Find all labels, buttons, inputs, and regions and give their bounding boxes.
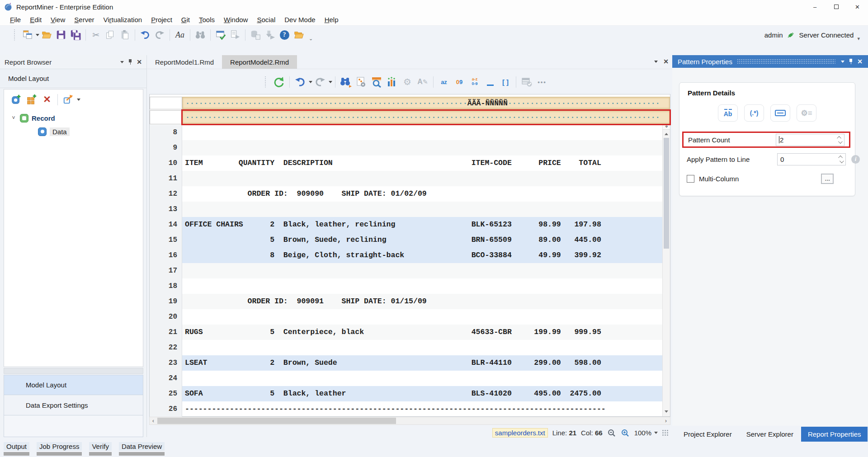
delete-region-icon[interactable]: ✕ — [40, 93, 54, 106]
tool-tab-job-progress[interactable]: Job Progress — [37, 442, 82, 456]
menu-edit[interactable]: Edit — [25, 14, 46, 25]
pin-icon[interactable] — [849, 59, 853, 64]
panel-menu-chevron-icon[interactable] — [120, 61, 124, 65]
chart-icon[interactable] — [385, 75, 399, 89]
report-line-26[interactable]: 26--------------------------------------… — [150, 401, 670, 417]
underscore-icon[interactable] — [483, 75, 497, 89]
menu-file[interactable]: File — [5, 14, 25, 25]
field-settings-icon[interactable] — [354, 75, 368, 89]
scroll-down-arrow[interactable] — [663, 409, 670, 415]
close-button[interactable]: ✕ — [847, 0, 868, 14]
redo-dropdown-icon[interactable] — [329, 81, 332, 85]
tool-tab-verify[interactable]: Verify — [89, 442, 112, 456]
report-line-10[interactable]: 10ITEM QUANTITY DESCRIPTION ITEM-CODE PR… — [150, 155, 670, 171]
zoom-level[interactable]: 100% — [634, 429, 658, 437]
report-line-20[interactable]: 20 — [150, 309, 670, 325]
undo-icon[interactable] — [293, 75, 307, 89]
paste-icon[interactable] — [118, 28, 131, 41]
pattern-row[interactable]: ········································… — [150, 110, 670, 124]
verify-window-icon[interactable] — [214, 28, 227, 41]
undo-icon[interactable] — [139, 28, 151, 41]
tree-node-record[interactable]: ˅Record — [4, 111, 143, 125]
text-pattern-button[interactable]: Ab — [718, 104, 738, 122]
report-line-9[interactable]: 9 — [150, 140, 670, 155]
toolbar-overflow-icon[interactable]: ⌄ — [309, 36, 313, 42]
menu-tools[interactable]: Tools — [194, 14, 219, 25]
report-line-14[interactable]: 14OFFICE CHAIRS 2 Black, leather, reclin… — [150, 217, 670, 232]
report-line-12[interactable]: 12 ORDER ID: 909090 SHIP DATE: 01/02/09 — [150, 186, 670, 202]
redo-icon[interactable] — [313, 75, 327, 89]
report-line-16[interactable]: 16 8 Beige, Cloth, straight-back BCO-338… — [150, 248, 670, 263]
tool-tab-data-preview[interactable]: Data Preview — [119, 442, 165, 456]
menu-help[interactable]: Help — [320, 14, 343, 25]
horizontal-scroll-thumb[interactable] — [157, 418, 396, 424]
scroll-left-arrow[interactable]: ‹ — [150, 417, 157, 424]
report-line-22[interactable]: 22 — [150, 340, 670, 355]
report-line-25[interactable]: 25SOFA 5 Black, leather BLS-41020 495.00… — [150, 386, 670, 401]
tab-reportmodel1.rmd[interactable]: ReportModel1.Rmd — [147, 55, 222, 69]
dock-tab-server-explorer[interactable]: Server Explorer — [740, 427, 800, 442]
horizontal-scrollbar[interactable]: ‹ › — [149, 417, 670, 425]
brackets-icon[interactable]: [ ] — [499, 75, 512, 89]
menu-server[interactable]: Server — [70, 14, 99, 25]
minimize-button[interactable]: – — [804, 0, 826, 14]
run-document-icon[interactable] — [229, 28, 241, 41]
num-09-icon[interactable]: 09 — [453, 75, 466, 89]
cut-icon[interactable]: ✂ — [90, 28, 102, 41]
scroll-up-arrow[interactable] — [663, 130, 670, 136]
menu-git[interactable]: Git — [177, 14, 194, 25]
import-run-icon[interactable] — [264, 28, 276, 41]
report-line-23[interactable]: 23LSEAT 2 Brown, Suede BLR-44110 299.00 … — [150, 355, 670, 371]
report-line-15[interactable]: 15 5 Brown, Suede, reclining BRN-65509 8… — [150, 232, 670, 248]
report-line-24[interactable]: 24 — [150, 371, 670, 386]
browse-folder-icon[interactable] — [292, 28, 305, 41]
close-panel-icon[interactable]: ✕ — [857, 58, 863, 65]
editor-toolbar-grip[interactable] — [264, 76, 267, 88]
new-report-icon[interactable] — [21, 28, 34, 41]
report-line-19[interactable]: 19 ORDER ID: 909091 SHIP DATE: 01/15/09 — [150, 294, 670, 309]
vertical-scrollbar[interactable]: ⇕ — [662, 122, 670, 416]
help-icon[interactable]: ? — [278, 28, 291, 41]
search-pattern-icon[interactable] — [370, 75, 383, 89]
copy-icon[interactable] — [104, 28, 117, 41]
pin-icon[interactable] — [128, 59, 132, 65]
panel-splitter[interactable] — [4, 368, 143, 374]
pattern-content[interactable]: ········································… — [182, 97, 670, 109]
apply-pattern-input[interactable]: 0 i — [777, 153, 846, 165]
tool-tab-output[interactable]: Output — [4, 442, 29, 456]
report-line-11[interactable]: 11 — [150, 171, 670, 186]
find-blue-icon[interactable] — [339, 75, 353, 89]
panel-menu-chevron-icon[interactable] — [841, 61, 844, 65]
text-az-icon[interactable]: az — [437, 75, 451, 89]
close-panel-icon[interactable]: ✕ — [137, 58, 142, 66]
zoom-out-icon[interactable] — [607, 429, 616, 438]
maximize-button[interactable] — [826, 0, 847, 14]
toolbar-grip[interactable] — [14, 29, 16, 41]
apply-pattern-spinner[interactable] — [837, 154, 844, 165]
multi-column-checkbox[interactable] — [687, 175, 694, 183]
menu-view[interactable]: View — [46, 14, 70, 25]
mask-pattern-button[interactable] — [770, 104, 790, 122]
more-icon[interactable]: ••• — [535, 75, 549, 89]
redo-icon[interactable] — [153, 28, 166, 41]
close-document-icon[interactable]: ✕ — [663, 58, 669, 65]
chevron-down-icon[interactable]: ˅ — [10, 115, 17, 121]
toolbar-right-overflow-icon[interactable]: ▾ — [857, 36, 860, 42]
menu-project[interactable]: Project — [146, 14, 177, 25]
tab-list-chevron-icon[interactable] — [654, 61, 658, 65]
alnum-icon[interactable]: a-z0-9 — [468, 75, 481, 89]
report-line-18[interactable]: 18 — [150, 278, 670, 294]
open-file-icon[interactable] — [40, 28, 53, 41]
save-icon[interactable] — [55, 28, 67, 41]
report-line-21[interactable]: 21RUGS 5 Centerpiece, black 45633-CBR 19… — [150, 325, 670, 340]
table-verify-icon[interactable] — [520, 75, 533, 89]
scroll-right-arrow[interactable]: › — [662, 417, 670, 424]
menu-window[interactable]: Window — [219, 14, 252, 25]
undo-dropdown-icon[interactable] — [309, 81, 312, 85]
multi-column-browse-button[interactable]: ... — [821, 174, 834, 184]
advanced-pattern-button[interactable]: ⚙≡ — [797, 104, 816, 122]
refresh-icon[interactable] — [272, 75, 286, 89]
pattern-row[interactable]: ········································… — [150, 97, 670, 109]
auto-gear-icon[interactable]: ⚙ — [401, 75, 414, 89]
export-model-icon[interactable] — [61, 93, 75, 106]
